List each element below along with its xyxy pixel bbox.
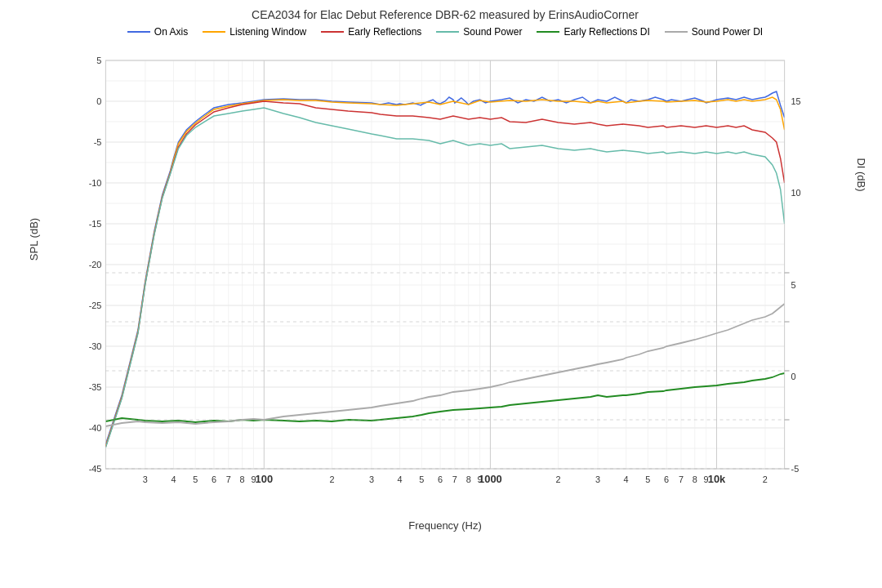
svg-text:6: 6 <box>664 474 669 484</box>
svg-text:2: 2 <box>763 474 768 484</box>
svg-text:-20: -20 <box>89 260 102 270</box>
legend-label-sound-power: Sound Power <box>463 26 522 38</box>
svg-text:4: 4 <box>624 474 629 484</box>
svg-text:3: 3 <box>595 474 600 484</box>
svg-text:15: 15 <box>791 96 801 106</box>
svg-text:3: 3 <box>369 474 374 484</box>
legend-label-early-reflections-di: Early Reflections DI <box>564 26 649 38</box>
svg-text:5: 5 <box>96 56 101 65</box>
legend-line-early-reflections-di <box>537 31 559 33</box>
svg-text:1000: 1000 <box>479 473 502 485</box>
svg-text:7: 7 <box>679 474 684 484</box>
y-axis-left-label: SPL (dB) <box>28 218 40 261</box>
x-axis-label: Frequency (Hz) <box>57 519 833 532</box>
svg-text:6: 6 <box>438 474 443 484</box>
svg-text:-15: -15 <box>89 219 102 229</box>
legend: On Axis Listening Window Early Reflectio… <box>57 26 833 38</box>
svg-text:4: 4 <box>171 474 176 484</box>
chart-container: CEA2034 for Elac Debut Reference DBR-62 … <box>0 0 882 588</box>
legend-item-sound-power-di: Sound Power DI <box>665 26 763 38</box>
svg-text:-30: -30 <box>89 341 102 351</box>
svg-text:-5: -5 <box>94 137 102 147</box>
legend-line-on-axis <box>127 31 150 33</box>
legend-item-sound-power: Sound Power <box>436 26 522 38</box>
svg-text:-25: -25 <box>89 301 102 310</box>
svg-text:7: 7 <box>226 474 231 484</box>
svg-text:4: 4 <box>398 474 403 484</box>
legend-line-sound-power-di <box>665 31 688 33</box>
svg-text:5: 5 <box>791 280 796 290</box>
svg-text:0: 0 <box>96 96 101 106</box>
legend-label-early-reflections: Early Reflections <box>348 26 421 38</box>
legend-item-listening-window: Listening Window <box>203 26 306 38</box>
chart-svg: 5 0 -5 -10 -15 -20 -25 -30 -35 -40 -45 1… <box>57 44 833 510</box>
svg-text:6: 6 <box>212 474 216 484</box>
chart-title: CEA2034 for Elac Debut Reference DBR-62 … <box>57 8 833 21</box>
svg-text:3: 3 <box>143 474 148 484</box>
svg-text:100: 100 <box>256 473 273 485</box>
svg-text:8: 8 <box>240 474 245 484</box>
legend-label-on-axis: On Axis <box>154 26 188 38</box>
svg-text:-10: -10 <box>89 178 102 188</box>
legend-line-early-reflections <box>321 31 344 33</box>
legend-label-sound-power-di: Sound Power DI <box>692 26 763 38</box>
legend-line-listening-window <box>203 31 225 33</box>
legend-item-early-reflections-di: Early Reflections DI <box>537 26 649 38</box>
svg-text:-45: -45 <box>89 464 102 474</box>
svg-text:5: 5 <box>419 474 424 484</box>
legend-label-listening-window: Listening Window <box>229 26 306 38</box>
chart-area: SPL (dB) DI (dB) <box>57 44 833 510</box>
legend-item-early-reflections: Early Reflections <box>321 26 421 38</box>
svg-text:7: 7 <box>452 474 457 484</box>
svg-text:10k: 10k <box>708 473 726 485</box>
legend-line-sound-power <box>436 31 459 33</box>
svg-text:2: 2 <box>556 474 561 484</box>
svg-text:0: 0 <box>791 372 796 381</box>
svg-text:2: 2 <box>329 474 334 484</box>
legend-item-on-axis: On Axis <box>127 26 188 38</box>
svg-text:5: 5 <box>645 474 650 484</box>
svg-text:8: 8 <box>466 474 471 484</box>
svg-text:-35: -35 <box>89 382 102 392</box>
svg-text:-5: -5 <box>791 464 800 474</box>
svg-text:8: 8 <box>693 474 697 484</box>
svg-text:-40: -40 <box>89 423 102 433</box>
svg-text:10: 10 <box>791 188 801 198</box>
svg-text:5: 5 <box>193 474 198 484</box>
y-axis-right-label: DI (dB) <box>855 158 867 191</box>
